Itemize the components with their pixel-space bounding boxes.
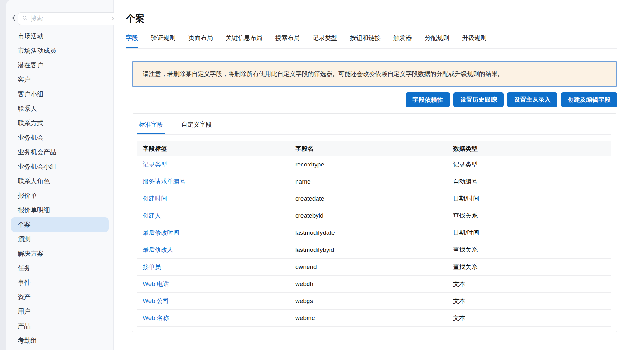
field-name: webmc	[295, 315, 453, 322]
field-data-type: 电子邮件	[453, 331, 611, 332]
sidebar-item[interactable]: 事件	[11, 275, 109, 290]
fields-card: 标准字段 自定义字段 字段标签 字段名 数据类型 记录类型 recordtype	[132, 113, 617, 332]
field-label-link[interactable]: 创建人	[143, 212, 161, 219]
action-button[interactable]: 字段依赖性	[406, 92, 450, 107]
field-label-link[interactable]: 最后修改时间	[143, 229, 179, 236]
action-button[interactable]: 创建及编辑字段	[561, 92, 617, 107]
table-header-row: 字段标签 字段名 数据类型	[137, 141, 611, 156]
table-row: 最后修改时间 lastmodifydate 日期/时间	[137, 224, 611, 241]
column-header-field-label: 字段标签	[137, 145, 295, 153]
table-row: Web 电话 webdh 文本	[137, 276, 611, 293]
section-tab[interactable]: 验证规则	[151, 34, 175, 48]
collapse-sidebar-button[interactable]	[10, 12, 18, 25]
field-label-link[interactable]: 创建时间	[143, 195, 167, 202]
table-row: Web 名称 webmc 文本	[137, 310, 611, 327]
field-label-link[interactable]: 最后修改人	[143, 246, 173, 253]
field-data-type: 查找关系	[453, 263, 611, 271]
main-content: 个案 字段 验证规则 页面布局 关键信息布局 搜索布局 记录类型 按钮和链接 触…	[114, 0, 644, 350]
fields-table: 字段标签 字段名 数据类型 记录类型 recordtype 记录类型 服	[137, 141, 611, 332]
field-data-type: 文本	[453, 280, 611, 288]
field-label-link[interactable]: 记录类型	[143, 161, 167, 168]
sidebar-item[interactable]: 客户小组	[11, 87, 109, 101]
search-icon	[22, 15, 28, 22]
field-name: name	[295, 178, 453, 185]
page-title: 个案	[126, 12, 617, 25]
sidebar-item[interactable]: 市场活动	[11, 29, 109, 43]
column-header-field-name: 字段名	[295, 145, 453, 153]
table-body: 记录类型 recordtype 记录类型 服务请求单编号 name 自动编号 创…	[137, 156, 611, 332]
field-name: webdh	[295, 280, 453, 288]
table-row: Web 电子邮件 webyx 电子邮件	[137, 327, 611, 332]
field-type-tab[interactable]: 标准字段	[137, 120, 165, 134]
field-name: createbyid	[295, 212, 453, 219]
field-data-type: 文本	[453, 297, 611, 305]
sidebar-item[interactable]: 市场活动成员	[11, 43, 109, 58]
sidebar-item[interactable]: 潜在客户	[11, 58, 109, 72]
field-name: webyx	[295, 332, 453, 332]
section-tab[interactable]: 记录类型	[313, 34, 337, 48]
sidebar-item[interactable]: 用户	[11, 304, 109, 319]
field-label-link[interactable]: 接单员	[143, 263, 161, 270]
field-data-type: 自动编号	[453, 177, 611, 186]
field-name: lastmodifybyid	[295, 246, 453, 253]
section-tab[interactable]: 关键信息布局	[226, 34, 262, 48]
field-name: webgs	[295, 298, 453, 305]
table-row: 接单员 ownerid 查找关系	[137, 259, 611, 276]
field-type-tab-bar: 标准字段 自定义字段	[137, 114, 611, 135]
chevron-left-icon	[12, 15, 16, 23]
section-tab[interactable]: 按钮和链接	[350, 34, 381, 48]
sidebar-item[interactable]: 资产	[11, 290, 109, 304]
field-data-type: 日期/时间	[453, 229, 611, 237]
sidebar-item[interactable]: 个案	[11, 217, 109, 232]
sidebar-nav: 市场活动 市场活动成员 潜在客户 客户 客户小组 联系人 联系方式 业务机会 业…	[6, 25, 113, 348]
sidebar-item[interactable]: 业务机会小组	[11, 159, 109, 174]
table-row: 记录类型 recordtype 记录类型	[137, 156, 611, 173]
sidebar-item[interactable]: 客户	[11, 72, 109, 87]
field-name: lastmodifydate	[295, 229, 453, 236]
section-tab[interactable]: 页面布局	[188, 34, 213, 48]
action-button[interactable]: 设置主从录入	[507, 92, 557, 107]
field-data-type: 记录类型	[453, 160, 611, 169]
sidebar: ✕ 市场活动 市场活动成员 潜在客户 客户 客户小组 联系人 联系方式 业务机会…	[6, 0, 113, 350]
field-data-type: 查找关系	[453, 246, 611, 254]
sidebar-item[interactable]: 报价单	[11, 188, 109, 203]
field-label-link[interactable]: Web 电话	[143, 280, 169, 287]
table-row: 创建人 createbyid 查找关系	[137, 207, 611, 224]
search-box[interactable]: ✕	[18, 12, 120, 25]
section-tab[interactable]: 分配规则	[425, 34, 449, 48]
warning-banner: 请注意，若删除某自定义字段，将删除所有使用此自定义字段的筛选器。可能还会改变依赖…	[132, 61, 617, 87]
field-label-link[interactable]: Web 名称	[143, 315, 169, 321]
sidebar-item[interactable]: 联系人角色	[11, 174, 109, 188]
section-tab[interactable]: 字段	[126, 34, 138, 48]
column-header-data-type: 数据类型	[453, 145, 611, 153]
field-name: createdate	[295, 195, 453, 202]
field-data-type: 查找关系	[453, 212, 611, 220]
search-input[interactable]	[31, 15, 109, 22]
field-type-tab[interactable]: 自定义字段	[180, 120, 213, 134]
field-data-type: 日期/时间	[453, 194, 611, 203]
sidebar-item[interactable]: 考勤组	[11, 333, 109, 348]
section-tab[interactable]: 升级规则	[462, 34, 487, 48]
section-tab[interactable]: 触发器	[393, 34, 412, 48]
sidebar-item[interactable]: 产品	[11, 319, 109, 333]
sidebar-item[interactable]: 联系人	[11, 101, 109, 116]
sidebar-item[interactable]: 解决方案	[11, 246, 109, 261]
sidebar-item[interactable]: 报价单明细	[11, 203, 109, 217]
sidebar-item[interactable]: 任务	[11, 261, 109, 275]
field-label-link[interactable]: 服务请求单编号	[143, 178, 185, 185]
sidebar-item[interactable]: 预测	[11, 232, 109, 246]
field-label-link[interactable]: Web 公司	[143, 298, 169, 304]
sidebar-item[interactable]: 业务机会产品	[11, 145, 109, 159]
warning-banner-text: 请注意，若删除某自定义字段，将删除所有使用此自定义字段的筛选器。可能还会改变依赖…	[143, 70, 504, 78]
field-data-type: 文本	[453, 314, 611, 322]
field-label-link[interactable]: Web 电子邮件	[143, 332, 181, 332]
sidebar-search-row: ✕	[6, 0, 113, 25]
section-tab[interactable]: 搜索布局	[275, 34, 300, 48]
app-root: ✕ 市场活动 市场活动成员 潜在客户 客户 客户小组 联系人 联系方式 业务机会…	[0, 0, 644, 350]
sidebar-item[interactable]: 业务机会	[11, 130, 109, 145]
sidebar-item[interactable]: 联系方式	[11, 116, 109, 130]
field-name: recordtype	[295, 161, 453, 168]
table-row: 最后修改人 lastmodifybyid 查找关系	[137, 241, 611, 259]
section-tab-bar: 字段 验证规则 页面布局 关键信息布局 搜索布局 记录类型 按钮和链接 触发器 …	[126, 34, 617, 49]
action-button[interactable]: 设置历史跟踪	[453, 92, 504, 107]
